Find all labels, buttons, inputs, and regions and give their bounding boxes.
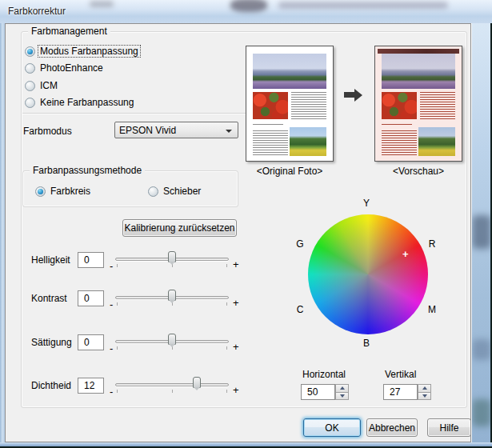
glass-blur-smudge xyxy=(472,339,490,360)
radio-photoenhance-label: PhotoEnhance xyxy=(38,62,105,74)
dichtheid-label: Dichtheid xyxy=(31,380,71,391)
radio-farbkreis[interactable]: Farbkreis xyxy=(35,186,92,197)
screen: Farbkorrektur Farbmanagement Modus Farba… xyxy=(0,0,492,448)
radio-icon xyxy=(148,186,158,197)
text-lines xyxy=(253,130,288,157)
dichtheid-slider[interactable] xyxy=(115,376,229,395)
wheel-label-y: Y xyxy=(361,198,372,209)
slider-tick xyxy=(117,302,118,306)
vorschau-thumbnail xyxy=(374,46,462,162)
horizontal-label: Horizontal xyxy=(302,369,346,380)
farbmodus-select[interactable]: EPSON Vivid xyxy=(114,122,238,138)
spinner-down-button[interactable] xyxy=(418,393,431,401)
text-line xyxy=(382,124,412,126)
dichtheid-slider-thumb[interactable] xyxy=(193,377,201,388)
vertikal-label: Vertikal xyxy=(385,369,416,380)
hilfe-button[interactable]: Hilfe xyxy=(427,418,471,437)
glass-blur-smudge xyxy=(278,2,448,9)
original-foto-thumbnail xyxy=(246,46,334,162)
slider-tick xyxy=(226,390,227,393)
vertikal-input[interactable] xyxy=(383,384,418,400)
radio-icm-label: ICM xyxy=(38,80,59,91)
ok-button[interactable]: OK xyxy=(303,418,361,437)
triangle-up-icon xyxy=(340,386,345,390)
radio-schieber-label: Schieber xyxy=(162,186,202,197)
slider-tick xyxy=(117,346,118,350)
glass-blur-smudge xyxy=(90,1,114,7)
separator-line xyxy=(22,113,246,114)
chevron-down-icon xyxy=(226,130,232,133)
radio-modus-farbanpassung-label: Modus Farbanpassung xyxy=(38,46,140,57)
helligkeit-label: Helligkeit xyxy=(31,254,70,266)
slider-groove xyxy=(115,383,229,386)
farbmodus-selected-value: EPSON Vivid xyxy=(119,125,176,136)
spinner-up-button[interactable] xyxy=(418,384,431,393)
slider-tick xyxy=(117,390,118,393)
text-lines xyxy=(291,92,326,120)
spinner-up-button[interactable] xyxy=(335,384,349,393)
radio-icon xyxy=(25,46,35,57)
saettigung-label: Sättigung xyxy=(31,337,72,348)
triangle-down-icon xyxy=(340,394,345,398)
dialog-client-area: Farbmanagement Modus Farbanpassung Photo… xyxy=(5,23,471,442)
glass-blur-smudge xyxy=(472,215,490,249)
kontrast-slider-thumb[interactable] xyxy=(168,290,176,301)
slider-tick xyxy=(226,302,227,306)
kontrast-slider[interactable] xyxy=(115,289,229,308)
saettigung-slider[interactable] xyxy=(115,333,229,352)
color-wheel[interactable] xyxy=(308,214,428,334)
slider-tick xyxy=(172,390,173,393)
wheel-label-c: C xyxy=(294,304,306,315)
helligkeit-slider-thumb[interactable] xyxy=(168,251,176,262)
radio-icon xyxy=(35,186,46,197)
landscape-photo xyxy=(382,54,455,89)
dichtheid-input[interactable] xyxy=(78,378,104,394)
triangle-up-icon xyxy=(422,386,427,390)
horizontal-input[interactable] xyxy=(301,384,335,400)
window-title: Farbkorrektur xyxy=(8,6,66,17)
saettigung-plus-label: + xyxy=(233,341,239,353)
saettigung-input[interactable] xyxy=(78,334,104,350)
saettigung-minus-label: - xyxy=(110,342,113,354)
dichtheid-plus-label: + xyxy=(233,384,239,396)
radio-photoenhance[interactable]: PhotoEnhance xyxy=(25,62,105,74)
wheel-label-b: B xyxy=(361,338,372,349)
window-border-bottom xyxy=(0,442,492,446)
helligkeit-input[interactable] xyxy=(78,252,104,268)
poppy-photo xyxy=(253,92,288,119)
vorschau-caption: <Vorschau> xyxy=(366,166,470,177)
saettigung-slider-thumb[interactable] xyxy=(168,334,176,345)
window-titlebar[interactable]: Farbkorrektur xyxy=(0,0,492,23)
arrow-right-icon xyxy=(344,89,363,102)
helligkeit-slider[interactable] xyxy=(115,250,229,270)
radio-icon xyxy=(25,98,35,108)
triangle-down-icon xyxy=(422,394,427,398)
spinner-down-button[interactable] xyxy=(335,393,349,401)
text-line xyxy=(253,124,283,126)
radio-keine-farbanpassung[interactable]: Keine Farbanpassung xyxy=(25,97,135,108)
kontrast-label: Kontrast xyxy=(31,293,67,304)
methode-group-label: Farbanpassungsmethode xyxy=(30,165,145,176)
dichtheid-minus-label: - xyxy=(110,386,113,398)
kontrast-plus-label: + xyxy=(233,297,239,309)
wheel-label-g: G xyxy=(294,238,306,250)
window-border-right xyxy=(471,23,490,442)
abbrechen-button[interactable]: Abbrechen xyxy=(366,418,418,437)
kalibrierung-zuruecksetzen-button[interactable]: Kalibrierung zurücksetzen xyxy=(122,219,237,237)
helligkeit-minus-label: - xyxy=(110,260,113,272)
glass-blur-smudge xyxy=(472,399,490,426)
radio-keine-farbanpassung-label: Keine Farbanpassung xyxy=(38,97,135,108)
text-lines xyxy=(382,130,417,157)
kontrast-input[interactable] xyxy=(78,290,104,306)
slider-tick xyxy=(226,264,227,267)
radio-modus-farbanpassung[interactable]: Modus Farbanpassung xyxy=(25,46,140,57)
radio-schieber[interactable]: Schieber xyxy=(148,186,202,197)
landscape-photo xyxy=(253,54,326,89)
text-lines xyxy=(420,92,455,120)
helligkeit-plus-label: + xyxy=(233,258,239,270)
farbmanagement-group-label: Farbmanagement xyxy=(28,26,110,37)
trees-photo xyxy=(290,127,326,156)
radio-icm[interactable]: ICM xyxy=(25,80,59,91)
poppy-photo xyxy=(382,92,417,119)
color-wheel-marker[interactable]: + xyxy=(402,249,409,259)
